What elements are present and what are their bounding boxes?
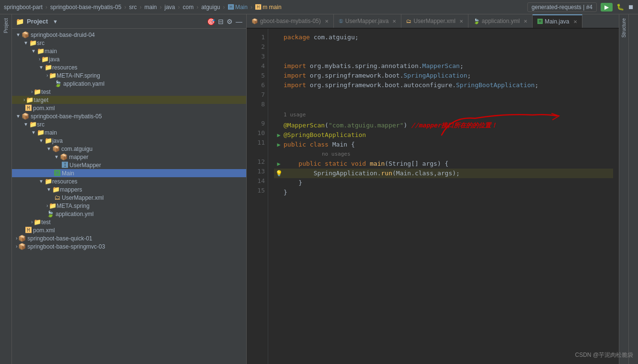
tab-close-icon[interactable]: ✕ (459, 19, 463, 24)
stop-button[interactable]: ⏹ (628, 3, 634, 11)
tree-arrow: ▼ (16, 114, 21, 119)
breadcrumb-main-class[interactable]: 🅼 Main (228, 4, 248, 11)
tree-label: UserMapper (69, 162, 101, 169)
tree-item-mapper-pkg[interactable]: ▼ 📦 mapper (12, 153, 246, 161)
tab-label: UserMapper.xml (413, 18, 455, 24)
locate-icon[interactable]: 🎯 (207, 18, 215, 25)
code-line-6: import org.springframework.boot.autoconf… (274, 80, 613, 90)
main-class-icon: 🅼 (54, 170, 60, 177)
folder-icon: 📁 (49, 202, 57, 209)
tree-arrow: ▼ (54, 154, 59, 159)
tab-application-yml[interactable]: 🍃 application.yml ✕ (468, 14, 533, 28)
module-icon: 📦 (22, 113, 29, 120)
tree-arrow: ▼ (39, 138, 44, 143)
tree-item-com-atguigu[interactable]: ▼ 📦 com.atguigu (12, 145, 246, 153)
tree-label: springboot-base-mybatis-05 (31, 113, 102, 120)
tree-label: com.atguigu (61, 146, 92, 152)
yaml-icon: 🍃 (46, 210, 54, 217)
code-editor[interactable]: package com.atguigu; import org.mybatis.… (268, 29, 619, 364)
tree-item-src2[interactable]: ▼ 📁 src (12, 120, 246, 128)
tree-item-pom1[interactable]: 🅼 pom.xml (12, 104, 246, 112)
tree-arrow: › (31, 89, 33, 94)
breadcrumb-springboot-part[interactable]: springboot-part (4, 4, 43, 11)
tree-arrow: ▼ (23, 40, 28, 46)
breadcrumb-method[interactable]: 🅼 m main (255, 4, 282, 11)
watermark: CSDN @芋泥肉松脆袋 (575, 351, 633, 359)
tree-item-mybatis[interactable]: ▼ 📦 springboot-base-mybatis-05 (12, 112, 246, 120)
folder-icon: 📁 (34, 88, 41, 95)
tree-item-resources2[interactable]: ▼ 📁 resources (12, 177, 246, 185)
breadcrumb-atguigu[interactable]: atguigu (201, 4, 220, 11)
tab-close-icon[interactable]: ✕ (524, 19, 527, 24)
tree-item-quick01[interactable]: › 📦 springboot-base-quick-01 (12, 234, 246, 242)
run-gutter-icon[interactable]: ▶ (277, 159, 280, 169)
gutter-11: ▶ (274, 140, 284, 149)
tab-project[interactable]: 📦 gboot-base-mybatis-05) ✕ (247, 14, 334, 28)
tab-main-java[interactable]: 🅼 Main.java ✕ (533, 14, 582, 28)
tree-item-test2[interactable]: › 📁 test (12, 218, 246, 226)
breadcrumb-java[interactable]: java (164, 4, 175, 11)
run-button[interactable]: ▶ (601, 3, 613, 11)
debug-button[interactable]: 🐛 (616, 3, 624, 11)
tree-label: src (37, 40, 45, 46)
tree-label: mappers (60, 186, 82, 193)
tree-label: resources (52, 64, 78, 71)
breadcrumb-main[interactable]: main (144, 4, 157, 11)
java-tab-icon: ① (339, 18, 343, 24)
tree-item-target[interactable]: › 📁 target (12, 96, 246, 104)
tree-item-meta2[interactable]: › 📁 META.spring (12, 202, 246, 210)
tree-item-main2[interactable]: ▼ 📁 main (12, 128, 246, 136)
tab-close-icon[interactable]: ✕ (392, 19, 396, 24)
tree-item-mappers[interactable]: ▼ 📁 mappers (12, 185, 246, 193)
folder-icon: 📁 (45, 137, 52, 144)
mapper-comment: //mapper接口所在的的位置！ (411, 122, 497, 129)
tree-item-appyaml1[interactable]: 🍃 application.yaml (12, 80, 246, 88)
tree-item-pom2[interactable]: 🅼 pom.xml (12, 226, 246, 234)
tree-item-meta1[interactable]: › 📁 META-INF.spring (12, 71, 246, 80)
hide-icon[interactable]: — (236, 18, 242, 25)
structure-label[interactable]: Structure (620, 16, 627, 40)
tab-close-icon[interactable]: ✕ (325, 19, 329, 24)
tree-item-druid[interactable]: ▼ 📦 springboot-base-druid-04 (12, 31, 246, 39)
tree-item-java2[interactable]: ▼ 📁 java (12, 136, 246, 145)
tree-item-usermapper-java[interactable]: 🅸 UserMapper (12, 161, 246, 169)
folder-icon: 📁 (29, 39, 37, 46)
tree-label: application.yml (56, 211, 93, 217)
tree-item-main1[interactable]: ▼ 📁 main (12, 47, 246, 55)
tab-usermapper-xml[interactable]: 🗂 UserMapper.xml ✕ (401, 14, 468, 28)
run-gutter-icon[interactable]: ▶ (277, 130, 280, 140)
code-line-15: } (274, 188, 613, 197)
tree-item-appyml[interactable]: 🍃 application.yml (12, 210, 246, 218)
breadcrumb-project[interactable]: springboot-base-mybatis-05 (50, 4, 122, 11)
yaml-icon: 🍃 (54, 80, 62, 87)
breadcrumb-src[interactable]: src (129, 4, 137, 11)
run-config-button[interactable]: generated-requests | #4 (527, 2, 597, 12)
code-line-13: 💡 SpringApplication.run(Main.class,args)… (274, 169, 613, 178)
tab-usermapper-java[interactable]: ① UserMapper.java ✕ (334, 14, 402, 28)
code-line-12: ▶ public static void main(String[] args)… (274, 159, 613, 169)
dropdown-icon[interactable]: ▼ (53, 19, 58, 24)
tree-label: mapper (69, 154, 89, 160)
project-panel-toggle[interactable]: Project (2, 16, 10, 35)
breadcrumb-com[interactable]: com (183, 4, 194, 11)
tree-arrow: › (16, 236, 17, 241)
tree-item-resources1[interactable]: ▼ 📁 resources (12, 63, 246, 71)
topbar: springboot-part › springboot-base-mybati… (0, 0, 638, 14)
run-gutter-icon[interactable]: ▶ (277, 140, 280, 149)
tree-arrow: ▼ (46, 187, 51, 192)
warning-gutter-icon: 💡 (275, 169, 283, 178)
structure-panel: Structure (619, 14, 628, 364)
settings-icon[interactable]: ⚙ (227, 18, 233, 25)
tree-item-test1[interactable]: › 📁 test (12, 88, 246, 96)
tab-close-icon[interactable]: ✕ (573, 19, 577, 24)
tree-item-main-class[interactable]: 🅼 Main (12, 169, 246, 177)
code-line-9: @MapperScan("com.atguigu.mapper") //mapp… (274, 121, 613, 130)
tree-item-java1[interactable]: › 📁 java (12, 55, 246, 63)
tree-item-src1[interactable]: ▼ 📁 src (12, 39, 246, 47)
collapse-icon[interactable]: ⊟ (218, 18, 224, 25)
tree-label: resources (52, 178, 78, 185)
pom-icon: 🅼 (25, 104, 32, 112)
code-line-3 (274, 52, 613, 61)
tree-item-usermapper-xml[interactable]: 🗂 UserMapper.xml (12, 193, 246, 202)
tree-item-springmvc03[interactable]: › 📦 springboot-base-springmvc-03 (12, 242, 246, 250)
